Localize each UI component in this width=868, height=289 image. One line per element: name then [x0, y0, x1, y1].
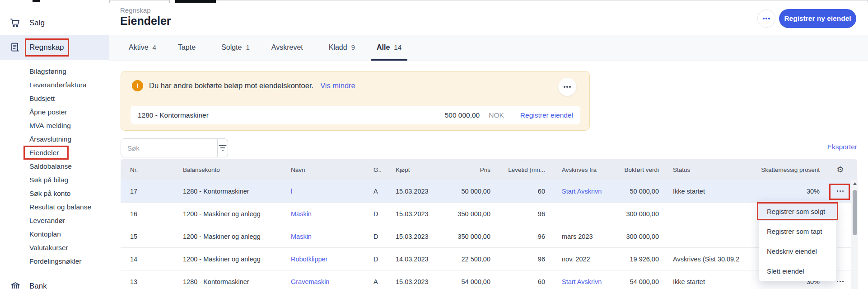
sidebar-item-leverandor[interactable]: Leverandør [0, 214, 109, 227]
start-depreciation-link[interactable]: Start Avskrivn [562, 188, 602, 195]
cell-pris: 350 000,00 [437, 233, 492, 240]
account-summary-row: 1280 - Kontormaskiner 500 000,00 NOK Reg… [131, 106, 580, 124]
cell-avskrives-fra: mars 2023 [547, 233, 616, 240]
account-currency: NOK [489, 111, 504, 119]
sidebar-item-sok-pa-konto[interactable]: Søk på konto [0, 187, 109, 200]
assets-table: Nr. Balansekonto Navn G.. Kjøpt Pris Lev… [121, 159, 857, 289]
sidebar: Salg Regnskap Bilagsføring Leverandørfak… [0, 0, 109, 289]
col-status: Status [661, 166, 753, 173]
sidebar-item-budsjett[interactable]: Budsjett [0, 92, 109, 105]
asset-name-link[interactable]: l [291, 188, 292, 195]
tab-aktive[interactable]: Aktive4 [123, 35, 162, 61]
scrollbar-thumb[interactable] [853, 190, 857, 235]
browser-tab-edge [109, 0, 170, 3]
tab-kladd[interactable]: Kladd9 [323, 35, 361, 61]
sidebar-item-fordelingsnokler[interactable]: Fordelingsnøkler [0, 255, 109, 268]
menu-item-registrer-som-tapt[interactable]: Registrer som tapt [759, 221, 836, 241]
banner-message: Du har andre bokførte beløp mot eiendels… [149, 81, 313, 90]
table-row[interactable]: 15 1200 - Maskiner og anlegg Maskin D 15… [121, 225, 857, 248]
cell-avskrives-fra: nov. 2022 [547, 256, 616, 263]
table-row[interactable]: 16 1200 - Maskiner og anlegg Maskin D 15… [121, 203, 857, 225]
col-navn: Navn [283, 166, 365, 173]
sidebar-item-apne-poster[interactable]: Åpne poster [0, 105, 109, 119]
filter-icon [218, 144, 227, 152]
cell-pris: 50 000,00 [437, 188, 492, 195]
cell-balansekonto: 1200 - Maskiner og anlegg [175, 233, 283, 240]
cell-bokfort: 300 000,00 [616, 233, 661, 240]
tab-avskrevet[interactable]: Avskrevet [266, 35, 313, 61]
cell-g: D [365, 210, 387, 218]
asset-name-link[interactable]: Robotklipper [291, 256, 327, 263]
info-icon [132, 80, 143, 91]
breadcrumb[interactable]: Regnskap [120, 6, 151, 14]
show-less-link[interactable]: Vis mindre [320, 81, 355, 90]
menu-item-slett-eiendel[interactable]: Slett eiendel [759, 261, 836, 281]
cell-g: D [365, 233, 387, 240]
col-levetid: Levetid (mn... [492, 166, 547, 173]
row-actions-kebab-icon[interactable] [837, 281, 844, 283]
status-text: Ikke startet [661, 278, 753, 285]
asset-name-link[interactable]: Gravemaskin [291, 278, 329, 285]
table-row[interactable]: 17 1280 - Kontormaskiner l A 15.03.2023 … [121, 180, 857, 203]
cell-nr: 14 [121, 256, 175, 263]
banner-more-button[interactable] [558, 78, 576, 96]
search-control [121, 138, 228, 157]
scrollbar-up-arrow-icon[interactable] [851, 180, 858, 187]
sidebar-item-regnskap[interactable]: Regnskap [0, 35, 109, 60]
row-actions-menu: Registrer som solgt Registrer som tapt N… [759, 201, 837, 281]
sidebar-item-saldobalanse[interactable]: Saldobalanse [0, 160, 109, 173]
cell-levetid: 60 [492, 278, 547, 285]
page-more-button[interactable] [757, 9, 775, 28]
menu-item-registrer-som-solgt[interactable]: Registrer som solgt [759, 201, 836, 221]
cell-bokfort: 300 000,00 [616, 210, 661, 218]
sidebar-item-sok-pa-bilag[interactable]: Søk på bilag [0, 173, 109, 187]
col-kjopt: Kjøpt [387, 166, 437, 173]
chrome-fragment [33, 0, 40, 2]
tab-alle[interactable]: Alle14 [371, 35, 407, 61]
register-new-asset-button[interactable]: Registrer ny eiendel [779, 9, 856, 28]
cell-levetid: 96 [492, 210, 547, 218]
table-row[interactable]: 13 1280 - Kontormaskiner Gravemaskin A 1… [121, 270, 857, 289]
cell-nr: 17 [121, 188, 175, 195]
tab-tapte[interactable]: Tapte [172, 35, 205, 61]
sidebar-item-leverandorfaktura[interactable]: Leverandørfaktura [0, 78, 109, 92]
sidebar-item-arsavslutning[interactable]: Årsavslutning [0, 133, 109, 146]
export-link[interactable]: Eksporter [827, 143, 857, 151]
tab-bar: Aktive4 Tapte Solgte1 Avskrevet Kladd9 A… [109, 35, 868, 61]
tab-solgte[interactable]: Solgte1 [215, 35, 256, 61]
tab-count: 4 [153, 43, 156, 51]
asset-name-link[interactable]: Maskin [291, 233, 312, 240]
page-title: Eiendeler [120, 14, 171, 28]
cell-bokfort: 54 000,00 [616, 278, 661, 285]
sidebar-item-label: Regnskap [29, 43, 64, 52]
sidebar-item-bank[interactable]: Bank [0, 275, 109, 289]
status-text: Avskrives (Sist 30.09.2 [661, 256, 753, 263]
sidebar-item-mva-melding[interactable]: MVA-melding [0, 119, 109, 133]
sidebar-item-eiendeler[interactable]: Eiendeler [0, 146, 109, 160]
sidebar-item-resultat-og-balanse[interactable]: Resultat og balanse [0, 200, 109, 214]
start-depreciation-link[interactable]: Start Avskrivn [562, 278, 602, 285]
sidebar-item-bilagsforing[interactable]: Bilagsføring [0, 65, 109, 78]
row-actions-kebab-icon[interactable] [837, 190, 844, 192]
ledger-icon [10, 42, 21, 53]
cell-nr: 15 [121, 233, 175, 240]
sidebar-item-valutakurser[interactable]: Valutakurser [0, 241, 109, 255]
cell-kjopt: 15.03.2023 [387, 188, 437, 195]
menu-item-nedskriv-eiendel[interactable]: Nedskriv eiendel [759, 241, 836, 261]
vertical-scrollbar[interactable] [851, 180, 858, 289]
asset-name-link[interactable]: Maskin [291, 210, 312, 218]
cell-pris: 350 000,00 [437, 210, 492, 218]
sidebar-item-salg[interactable]: Salg [0, 12, 109, 34]
search-input[interactable] [121, 139, 217, 157]
filter-button[interactable] [217, 139, 228, 157]
sidebar-item-kontoplan[interactable]: Kontoplan [0, 227, 109, 241]
cell-g: A [365, 278, 387, 285]
account-name: 1280 - Kontormaskiner [138, 111, 445, 119]
info-banner: Du har andre bokførte beløp mot eiendels… [121, 71, 590, 131]
cell-skatt: 30% [753, 188, 823, 195]
cell-g: A [365, 188, 387, 195]
cell-pris: 22 500,00 [437, 256, 492, 263]
register-asset-link[interactable]: Registrer eiendel [520, 111, 573, 119]
table-row[interactable]: 14 1200 - Maskiner og anlegg Robotklippe… [121, 248, 857, 270]
table-settings-gear-icon[interactable] [836, 165, 844, 175]
